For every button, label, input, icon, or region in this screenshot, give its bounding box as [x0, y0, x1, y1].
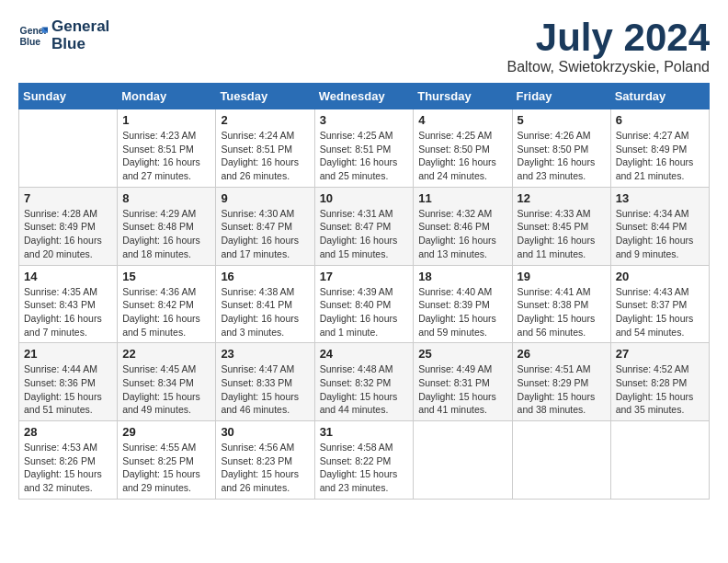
calendar-week-row: 21Sunrise: 4:44 AMSunset: 8:36 PMDayligh…: [19, 343, 710, 421]
calendar-cell: 9Sunrise: 4:30 AMSunset: 8:47 PMDaylight…: [216, 187, 314, 265]
day-number: 20: [616, 270, 704, 283]
calendar-week-row: 7Sunrise: 4:28 AMSunset: 8:49 PMDaylight…: [19, 187, 710, 265]
day-info: Sunrise: 4:25 AMSunset: 8:50 PMDaylight:…: [418, 129, 506, 183]
day-info: Sunrise: 4:53 AMSunset: 8:26 PMDaylight:…: [24, 441, 112, 495]
day-number: 27: [616, 347, 704, 361]
weekday-header-saturday: Saturday: [610, 84, 709, 109]
day-info: Sunrise: 4:30 AMSunset: 8:47 PMDaylight:…: [221, 207, 309, 261]
calendar-cell: 5Sunrise: 4:26 AMSunset: 8:50 PMDaylight…: [512, 109, 610, 188]
day-number: 11: [418, 191, 506, 205]
day-number: 14: [24, 270, 112, 283]
day-info: Sunrise: 4:49 AMSunset: 8:31 PMDaylight:…: [418, 362, 506, 417]
weekday-header-friday: Friday: [512, 84, 610, 109]
day-info: Sunrise: 4:29 AMSunset: 8:48 PMDaylight:…: [122, 207, 210, 261]
calendar-cell: 21Sunrise: 4:44 AMSunset: 8:36 PMDayligh…: [19, 343, 118, 421]
day-info: Sunrise: 4:55 AMSunset: 8:25 PMDaylight:…: [122, 441, 210, 495]
day-info: Sunrise: 4:44 AMSunset: 8:36 PMDaylight:…: [24, 362, 112, 417]
day-number: 18: [418, 270, 506, 283]
day-number: 25: [418, 347, 506, 361]
logo: General Blue General Blue: [18, 18, 109, 52]
day-number: 15: [122, 270, 210, 283]
weekday-header-sunday: Sunday: [19, 84, 118, 109]
day-number: 22: [122, 347, 210, 361]
calendar-cell: [610, 421, 709, 500]
calendar-cell: 19Sunrise: 4:41 AMSunset: 8:38 PMDayligh…: [512, 265, 610, 343]
calendar-week-row: 14Sunrise: 4:35 AMSunset: 8:43 PMDayligh…: [19, 265, 710, 343]
weekday-header-thursday: Thursday: [414, 84, 512, 109]
calendar-cell: [19, 109, 118, 188]
day-info: Sunrise: 4:56 AMSunset: 8:23 PMDaylight:…: [221, 441, 309, 495]
day-number: 7: [24, 191, 112, 205]
day-number: 29: [122, 425, 210, 439]
calendar-cell: 14Sunrise: 4:35 AMSunset: 8:43 PMDayligh…: [19, 265, 118, 343]
day-info: Sunrise: 4:23 AMSunset: 8:51 PMDaylight:…: [122, 129, 210, 183]
calendar-cell: 1Sunrise: 4:23 AMSunset: 8:51 PMDaylight…: [118, 109, 216, 188]
day-info: Sunrise: 4:35 AMSunset: 8:43 PMDaylight:…: [24, 285, 112, 339]
day-number: 1: [122, 113, 210, 127]
day-info: Sunrise: 4:32 AMSunset: 8:46 PMDaylight:…: [418, 207, 506, 261]
day-info: Sunrise: 4:38 AMSunset: 8:41 PMDaylight:…: [221, 285, 309, 339]
day-info: Sunrise: 4:51 AMSunset: 8:29 PMDaylight:…: [518, 362, 606, 417]
calendar-table: SundayMondayTuesdayWednesdayThursdayFrid…: [18, 83, 710, 500]
day-number: 28: [24, 425, 112, 439]
calendar-week-row: 28Sunrise: 4:53 AMSunset: 8:26 PMDayligh…: [19, 421, 710, 500]
day-number: 16: [221, 270, 309, 283]
day-info: Sunrise: 4:28 AMSunset: 8:49 PMDaylight:…: [24, 207, 112, 261]
location-title: Baltow, Swietokrzyskie, Poland: [506, 59, 710, 75]
calendar-week-row: 1Sunrise: 4:23 AMSunset: 8:51 PMDaylight…: [19, 109, 710, 188]
day-number: 5: [518, 113, 606, 127]
calendar-cell: [414, 421, 512, 500]
calendar-cell: 8Sunrise: 4:29 AMSunset: 8:48 PMDaylight…: [118, 187, 216, 265]
calendar-cell: 26Sunrise: 4:51 AMSunset: 8:29 PMDayligh…: [512, 343, 610, 421]
day-number: 31: [320, 425, 409, 439]
calendar-cell: 7Sunrise: 4:28 AMSunset: 8:49 PMDaylight…: [19, 187, 118, 265]
day-number: 17: [320, 270, 409, 283]
day-info: Sunrise: 4:39 AMSunset: 8:40 PMDaylight:…: [320, 285, 409, 339]
weekday-header-tuesday: Tuesday: [216, 84, 314, 109]
day-info: Sunrise: 4:31 AMSunset: 8:47 PMDaylight:…: [320, 207, 409, 261]
day-info: Sunrise: 4:47 AMSunset: 8:33 PMDaylight:…: [221, 362, 309, 417]
day-info: Sunrise: 4:24 AMSunset: 8:51 PMDaylight:…: [221, 129, 309, 183]
calendar-cell: 18Sunrise: 4:40 AMSunset: 8:39 PMDayligh…: [414, 265, 512, 343]
day-info: Sunrise: 4:33 AMSunset: 8:45 PMDaylight:…: [518, 207, 606, 261]
calendar-cell: 25Sunrise: 4:49 AMSunset: 8:31 PMDayligh…: [414, 343, 512, 421]
calendar-cell: 4Sunrise: 4:25 AMSunset: 8:50 PMDaylight…: [414, 109, 512, 188]
calendar-cell: 27Sunrise: 4:52 AMSunset: 8:28 PMDayligh…: [610, 343, 709, 421]
calendar-cell: 10Sunrise: 4:31 AMSunset: 8:47 PMDayligh…: [314, 187, 414, 265]
calendar-cell: 28Sunrise: 4:53 AMSunset: 8:26 PMDayligh…: [19, 421, 118, 500]
day-info: Sunrise: 4:27 AMSunset: 8:49 PMDaylight:…: [616, 129, 704, 183]
calendar-cell: 29Sunrise: 4:55 AMSunset: 8:25 PMDayligh…: [118, 421, 216, 500]
day-info: Sunrise: 4:45 AMSunset: 8:34 PMDaylight:…: [122, 362, 210, 417]
day-info: Sunrise: 4:26 AMSunset: 8:50 PMDaylight:…: [518, 129, 606, 183]
header: General Blue General Blue July 2024 Balt…: [18, 18, 710, 75]
day-info: Sunrise: 4:58 AMSunset: 8:22 PMDaylight:…: [320, 441, 409, 495]
day-info: Sunrise: 4:25 AMSunset: 8:51 PMDaylight:…: [320, 129, 409, 183]
calendar-cell: 15Sunrise: 4:36 AMSunset: 8:42 PMDayligh…: [118, 265, 216, 343]
day-number: 24: [320, 347, 409, 361]
day-info: Sunrise: 4:41 AMSunset: 8:38 PMDaylight:…: [518, 285, 606, 339]
calendar-cell: 31Sunrise: 4:58 AMSunset: 8:22 PMDayligh…: [314, 421, 414, 500]
day-number: 21: [24, 347, 112, 361]
calendar-cell: 3Sunrise: 4:25 AMSunset: 8:51 PMDaylight…: [314, 109, 414, 188]
weekday-header-monday: Monday: [118, 84, 216, 109]
weekday-header-row: SundayMondayTuesdayWednesdayThursdayFrid…: [19, 84, 710, 109]
day-number: 23: [221, 347, 309, 361]
day-number: 12: [518, 191, 606, 205]
logo-line2: Blue: [51, 36, 109, 53]
day-number: 10: [320, 191, 409, 205]
day-number: 13: [616, 191, 704, 205]
logo-icon: General Blue: [18, 21, 48, 51]
day-number: 9: [221, 191, 309, 205]
calendar-cell: 23Sunrise: 4:47 AMSunset: 8:33 PMDayligh…: [216, 343, 314, 421]
day-number: 2: [221, 113, 309, 127]
weekday-header-wednesday: Wednesday: [314, 84, 414, 109]
day-info: Sunrise: 4:36 AMSunset: 8:42 PMDaylight:…: [122, 285, 210, 339]
calendar-cell: 20Sunrise: 4:43 AMSunset: 8:37 PMDayligh…: [610, 265, 709, 343]
day-number: 6: [616, 113, 704, 127]
day-info: Sunrise: 4:52 AMSunset: 8:28 PMDaylight:…: [616, 362, 704, 417]
day-number: 4: [418, 113, 506, 127]
title-area: July 2024 Baltow, Swietokrzyskie, Poland: [506, 18, 710, 75]
day-info: Sunrise: 4:40 AMSunset: 8:39 PMDaylight:…: [418, 285, 506, 339]
day-number: 26: [518, 347, 606, 361]
month-title: July 2024: [506, 18, 710, 57]
